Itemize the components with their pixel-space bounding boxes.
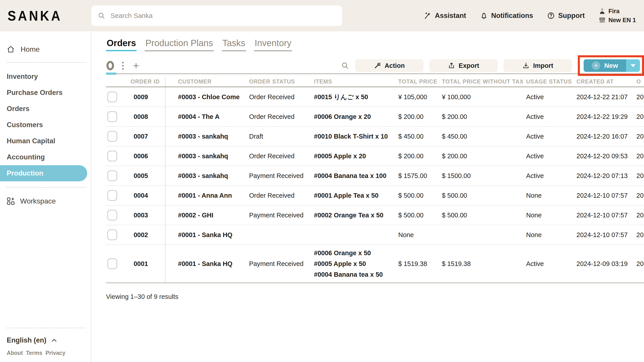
search-icon [98,12,106,20]
footer-link-privacy[interactable]: Privacy [46,350,65,356]
add-view-plus-icon[interactable]: + [133,60,139,71]
cell-status: Draft [247,127,312,146]
cell-wotax: $ 1500.00 [439,166,525,185]
table-row[interactable]: 0001#0001 - Sanka HQPayment Received#000… [106,245,644,283]
row-checkbox[interactable] [107,210,117,221]
workspace-grid-icon [6,197,15,206]
global-search[interactable] [91,5,342,26]
cell-created: 2024-12-10 07:57 [575,225,634,245]
sidebar-item-home[interactable]: Home [6,42,91,56]
cell-status: Payment Received [247,166,312,185]
cell-customer: #0001 - Sanka HQ [166,245,247,283]
new-button[interactable]: + New [584,59,640,72]
cell-created: 2024-12-22 19:29 [575,107,634,126]
tab-tasks[interactable]: Tasks [222,38,246,51]
table-row[interactable]: 0005#0003 - sankahqPayment Received#0004… [106,166,644,186]
sidebar-item-customers[interactable]: Customers [0,117,91,133]
chevron-up-icon [50,336,58,344]
cell-usage: Active [525,87,575,107]
sidebar-item-accounting[interactable]: Accounting [0,149,91,165]
cell-wotax: $ 450.00 [439,127,525,146]
column-header-total-price: TOTAL PRICE [395,77,439,86]
cell-status [247,225,312,245]
tab-production-plans[interactable]: Production Plans [145,38,214,51]
table-search-icon[interactable] [341,61,349,70]
sidebar-item-purchase-orders[interactable]: Purchase Orders [0,85,91,101]
row-checkbox[interactable] [107,230,117,240]
topnav-assistant[interactable]: Assistant [424,12,466,20]
import-button[interactable]: Import [504,59,572,72]
cell-usage: None [525,225,575,245]
cell-select [106,225,126,245]
column-header-usage-status: USAGE STATUS [525,77,575,86]
search-input[interactable] [110,12,336,20]
row-checkbox[interactable] [107,170,117,181]
tab-orders[interactable]: Orders [106,38,137,51]
kebab-menu-icon[interactable] [122,62,124,70]
sidebar-workspace-label: Workspace [20,197,56,205]
button-label: Action [384,62,405,69]
cell-created: 2024-12-10 07:57 [575,206,634,225]
row-checkbox[interactable] [107,151,117,161]
cell-partial: 20 [634,206,644,225]
cell-customer: #0001 - Sanka HQ [166,225,247,245]
item-line: #0005 Apple x 50 [314,259,366,269]
language-selector[interactable]: English (en) [7,336,91,344]
footer-link-terms[interactable]: Terms [26,350,42,356]
row-checkbox[interactable] [107,111,117,122]
cell-id: 0004 [126,186,166,205]
cell-total: $ 1519.38 [395,245,439,283]
cell-total: ¥ 105,000 [395,87,439,107]
tab-inventory[interactable]: Inventory [254,38,292,51]
cell-items: #0004 Banana tea x 100 [312,166,395,185]
row-checkbox[interactable] [107,131,117,142]
sidebar-home-label: Home [20,45,40,54]
table-row[interactable]: 0007#0003 - sankahqDraft#0010 Black T-Sh… [106,127,644,146]
user-block[interactable]: Fira New EN 1 [598,8,636,24]
table-row[interactable]: 0004#0001 - Anna AnnOrder Received#0001 … [106,186,644,206]
button-label: Export [459,62,479,69]
table-row[interactable]: 0009#0003 - Chloe ComeOrder Received#001… [106,87,644,107]
workspace-name: New EN 1 [608,17,636,24]
table-row[interactable]: 0006#0003 - sankahqOrder Received#0005 A… [106,146,644,166]
sidebar-divider [6,328,86,328]
footer-link-about[interactable]: About [7,350,23,356]
item-line: #0015 りんご x 50 [314,92,368,102]
new-button-caret[interactable] [626,59,640,72]
cell-partial: 20 [634,186,644,205]
column-header-order-id: ORDER ID [126,77,166,86]
cell-items: #0001 Apple Tea x 50 [312,186,395,205]
table-row[interactable]: 0002#0001 - Sanka HQNoneNone2024-12-10 0… [106,225,644,245]
sidebar-item-orders[interactable]: Orders [0,101,91,117]
store-icon [598,17,606,24]
circle-view-icon[interactable] [106,61,114,70]
cell-usage: Active [525,146,575,166]
row-checkbox[interactable] [107,92,117,102]
cell-wotax: ¥ 100,000 [439,87,525,107]
sidebar-item-human-capital[interactable]: Human Capital [0,133,91,149]
results-summary: Viewing 1–30 of 9 results [106,293,644,300]
cell-id: 0009 [126,87,166,107]
cell-usage: Active [525,107,575,126]
topnav-label: Assistant [435,12,466,20]
topnav-notifications[interactable]: Notifications [480,12,533,20]
row-checkbox[interactable] [107,258,117,269]
sidebar-item-production[interactable]: Production [0,165,87,181]
topnav-support[interactable]: Support [547,12,585,20]
new-button-highlight-frame: + New [578,55,644,76]
bell-icon [480,12,488,20]
cell-customer: #0003 - sankahq [166,146,247,166]
action-button[interactable]: Action [355,59,424,72]
table-row[interactable]: 0003#0002 - GHIPayment Received#0002 Ora… [106,206,644,225]
export-button[interactable]: Export [429,59,498,72]
item-line: #0004 Banana tea x 100 [314,171,386,181]
sidebar-item-workspace[interactable]: Workspace [6,194,91,209]
topnav-label: Support [558,12,585,20]
row-checkbox[interactable] [107,190,117,201]
cell-wotax [439,225,525,245]
table-row[interactable]: 0008#0004 - The AOrder Received#0006 Ora… [106,107,644,127]
sidebar-item-inventory[interactable]: Inventory [0,69,91,85]
cell-id: 0008 [126,107,166,126]
cell-customer: #0003 - sankahq [166,127,247,146]
cell-customer: #0004 - The A [166,107,247,126]
